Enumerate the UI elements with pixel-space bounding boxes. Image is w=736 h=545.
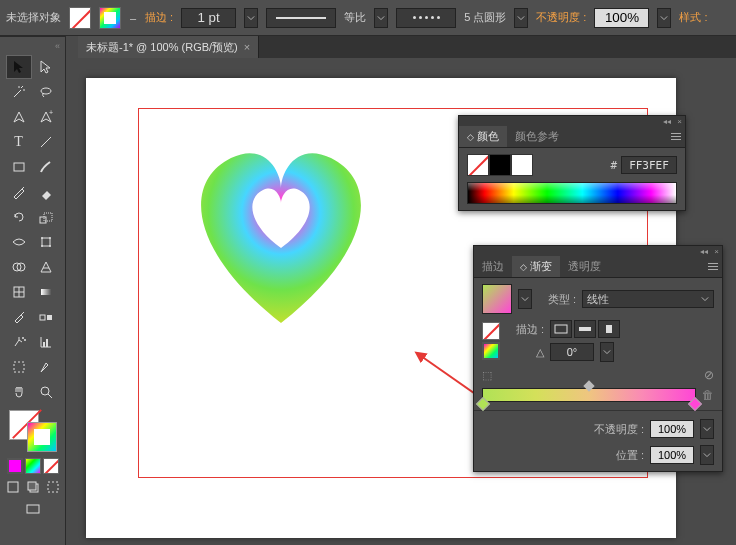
location-input[interactable] xyxy=(650,446,694,464)
heart-artwork[interactable] xyxy=(171,133,391,333)
width-tool[interactable] xyxy=(6,230,32,254)
graph-tool[interactable] xyxy=(33,330,59,354)
aspect-icon[interactable]: ⬚ xyxy=(482,369,492,382)
none-mode-btn[interactable] xyxy=(43,458,59,474)
collapse-icon[interactable]: ◂◂ xyxy=(700,247,708,256)
angle-dropdown[interactable] xyxy=(600,342,614,362)
dash-dropdown[interactable] xyxy=(514,8,528,28)
draw-normal-icon[interactable] xyxy=(4,478,22,496)
color-spectrum[interactable] xyxy=(467,182,677,204)
fill-swatch-none[interactable] xyxy=(69,7,91,29)
draw-inside-icon[interactable] xyxy=(44,478,62,496)
stroke-align-across[interactable] xyxy=(598,320,620,338)
stroke-gradient-indicator[interactable] xyxy=(482,342,500,360)
tab-gradient[interactable]: ◇渐变 xyxy=(512,256,560,277)
stroke-align-within[interactable] xyxy=(550,320,572,338)
line-tool[interactable] xyxy=(33,130,59,154)
color-mode-btn[interactable] xyxy=(7,458,23,474)
shape-builder-tool[interactable] xyxy=(6,255,32,279)
tab-opacity[interactable]: 透明度 xyxy=(560,256,609,277)
hand-tool[interactable] xyxy=(6,380,32,404)
gradient-stop-left[interactable] xyxy=(476,397,490,411)
draw-behind-icon[interactable] xyxy=(24,478,42,496)
brush-tool[interactable] xyxy=(33,155,59,179)
svg-rect-29 xyxy=(579,327,591,331)
eyedropper-tool[interactable] xyxy=(6,305,32,329)
close-icon[interactable]: × xyxy=(244,41,250,53)
slice-tool[interactable] xyxy=(33,355,59,379)
location-dropdown[interactable] xyxy=(700,445,714,465)
gradient-tool[interactable] xyxy=(33,280,59,304)
zoom-tool[interactable] xyxy=(33,380,59,404)
panel-menu-icon[interactable] xyxy=(704,259,722,274)
document-tab-strip: 未标题-1* @ 100% (RGB/预览) × xyxy=(78,36,736,58)
svg-point-16 xyxy=(22,337,24,339)
pen-tool[interactable] xyxy=(6,105,32,129)
dash-pattern[interactable] xyxy=(396,8,456,28)
add-anchor-tool[interactable]: + xyxy=(33,105,59,129)
type-select[interactable]: 线性 xyxy=(582,290,714,308)
pencil-tool[interactable] xyxy=(6,180,32,204)
type-tool[interactable]: T xyxy=(6,130,32,154)
stop-opacity-dropdown[interactable] xyxy=(700,419,714,439)
stroke-align-along[interactable] xyxy=(574,320,596,338)
dash-label: 5 点圆形 xyxy=(464,10,506,25)
color-swatches[interactable] xyxy=(467,154,533,176)
selection-tool[interactable] xyxy=(6,55,32,79)
rotate-tool[interactable] xyxy=(6,205,32,229)
angle-input[interactable] xyxy=(550,343,594,361)
gradient-mode-btn[interactable] xyxy=(25,458,41,474)
close-icon[interactable]: × xyxy=(677,117,682,126)
panel-handle[interactable]: ◂◂× xyxy=(474,246,722,256)
perspective-tool[interactable] xyxy=(33,255,59,279)
profile-dropdown[interactable] xyxy=(374,8,388,28)
stroke-swatch-rainbow[interactable] xyxy=(99,7,121,29)
stroke-indicator[interactable] xyxy=(27,422,57,452)
link-icon[interactable]: ⊘ xyxy=(704,368,714,382)
artboard-tool[interactable] xyxy=(6,355,32,379)
gradient-preset-dropdown[interactable] xyxy=(518,289,532,309)
swatch-black[interactable] xyxy=(489,154,511,176)
collapse-icon[interactable]: ◂◂ xyxy=(663,117,671,126)
screen-mode-btn[interactable] xyxy=(24,500,42,518)
opacity-dropdown[interactable] xyxy=(657,8,671,28)
tab-color-guide[interactable]: 颜色参考 xyxy=(507,126,567,147)
close-icon[interactable]: × xyxy=(714,247,719,256)
gradient-slider[interactable] xyxy=(482,388,696,402)
stroke-weight-dropdown[interactable] xyxy=(244,8,258,28)
fill-stroke-indicator[interactable] xyxy=(9,410,57,452)
midpoint-handle[interactable] xyxy=(583,380,594,391)
fill-none-indicator[interactable] xyxy=(482,322,500,340)
lasso-tool[interactable] xyxy=(33,80,59,104)
svg-rect-30 xyxy=(606,325,612,333)
blend-tool[interactable] xyxy=(33,305,59,329)
symbol-sprayer-tool[interactable] xyxy=(6,330,32,354)
free-transform-tool[interactable] xyxy=(33,230,59,254)
gradient-stop-right[interactable] xyxy=(688,397,702,411)
rectangle-tool[interactable] xyxy=(6,155,32,179)
eraser-tool[interactable] xyxy=(33,180,59,204)
stroke-weight-input[interactable] xyxy=(181,8,236,28)
panel-handle[interactable]: ◂◂× xyxy=(459,116,685,126)
panel-collapse[interactable]: « xyxy=(2,41,63,53)
swatch-none[interactable] xyxy=(467,154,489,176)
magic-wand-tool[interactable] xyxy=(6,80,32,104)
scale-tool[interactable] xyxy=(33,205,59,229)
opacity-input[interactable] xyxy=(594,8,649,28)
tab-color[interactable]: ◇颜色 xyxy=(459,126,507,147)
direct-selection-tool[interactable] xyxy=(33,55,59,79)
svg-point-7 xyxy=(49,237,51,239)
trash-icon[interactable]: 🗑 xyxy=(702,388,714,402)
panel-menu-icon[interactable] xyxy=(667,129,685,144)
svg-point-21 xyxy=(41,387,49,395)
mesh-tool[interactable] xyxy=(6,280,32,304)
swatch-white[interactable] xyxy=(511,154,533,176)
gradient-preview[interactable] xyxy=(482,284,512,314)
stroke-profile[interactable] xyxy=(266,8,336,28)
hex-input[interactable] xyxy=(621,156,677,174)
tab-stroke[interactable]: 描边 xyxy=(474,256,512,277)
tool-panel: « + T xyxy=(0,36,66,545)
stop-opacity-input[interactable] xyxy=(650,420,694,438)
document-tab[interactable]: 未标题-1* @ 100% (RGB/预览) × xyxy=(78,36,259,58)
opacity-label: 不透明度 : xyxy=(594,422,644,437)
